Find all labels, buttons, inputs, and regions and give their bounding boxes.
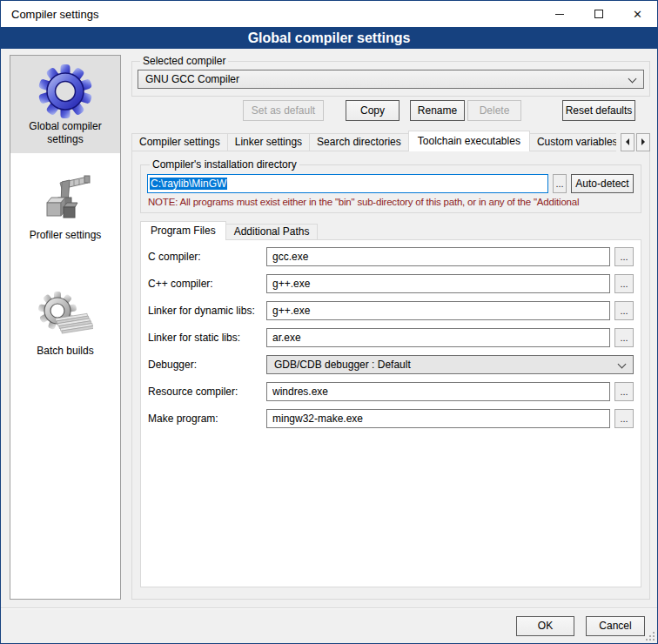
- caption-buttons: ✕: [540, 1, 657, 27]
- dynamic-linker-label: Linker for dynamic libs:: [148, 305, 266, 317]
- toolchain-executables-panel: Compiler's installation directory C:\ray…: [131, 151, 650, 600]
- resize-grip-icon[interactable]: [646, 632, 655, 641]
- ok-button[interactable]: OK: [516, 616, 574, 636]
- arrow-right-icon: [641, 138, 645, 145]
- form-row-static-linker: Linker for static libs: ...: [148, 328, 634, 347]
- chevron-down-icon: [618, 360, 627, 369]
- form-row-c-compiler: C compiler: ...: [148, 247, 634, 266]
- maximize-button[interactable]: [579, 1, 618, 27]
- static-linker-input[interactable]: [266, 328, 610, 347]
- static-linker-label: Linker for static libs:: [148, 332, 266, 344]
- debugger-label: Debugger:: [148, 359, 266, 371]
- blue-gear-icon: [12, 61, 118, 120]
- tab-compiler-settings[interactable]: Compiler settings: [131, 133, 228, 151]
- form-row-dynamic-linker: Linker for dynamic libs: ...: [148, 301, 634, 320]
- cpp-compiler-input[interactable]: [266, 274, 610, 293]
- minimize-icon: [555, 14, 564, 15]
- tab-toolchain-executables[interactable]: Toolchain executables: [408, 131, 530, 151]
- tab-linker-settings[interactable]: Linker settings: [227, 133, 310, 151]
- c-compiler-browse-button[interactable]: ...: [614, 247, 634, 266]
- tab-scroll-buttons: [616, 132, 650, 151]
- sidebar-item-label: Global compiler settings: [12, 120, 118, 146]
- delete-button[interactable]: Delete: [467, 100, 521, 121]
- installation-directory-legend: Compiler's installation directory: [150, 158, 299, 171]
- resource-compiler-browse-button[interactable]: ...: [614, 382, 634, 401]
- maximize-icon: [594, 10, 603, 18]
- sidebar-item-batch-builds[interactable]: Batch builds: [10, 280, 120, 365]
- selected-compiler-legend: Selected compiler: [140, 55, 228, 67]
- main-panel: Selected compiler GNU GCC Compiler Set a…: [131, 55, 650, 600]
- form-row-cpp-compiler: C++ compiler: ...: [148, 274, 634, 293]
- minimize-button[interactable]: [540, 1, 579, 27]
- tab-search-directories[interactable]: Search directories: [309, 133, 409, 151]
- rename-button[interactable]: Rename: [410, 100, 465, 121]
- close-icon: ✕: [633, 9, 642, 20]
- installation-directory-group: Compiler's installation directory C:\ray…: [140, 158, 641, 213]
- program-files-panel: C compiler: ... C++ compiler: ... Linker…: [140, 239, 641, 587]
- sidebar-item-label: Profiler settings: [12, 229, 118, 242]
- sidebar-item-profiler-settings[interactable]: Profiler settings: [10, 164, 120, 249]
- titlebar[interactable]: Compiler settings ✕: [1, 1, 657, 27]
- subtab-program-files[interactable]: Program Files: [140, 221, 226, 240]
- dynamic-linker-input[interactable]: [266, 301, 610, 320]
- c-compiler-input[interactable]: [266, 247, 610, 266]
- note-text: NOTE: All programs must exist either in …: [148, 197, 633, 207]
- subtab-additional-paths[interactable]: Additional Paths: [225, 224, 319, 240]
- c-compiler-label: C compiler:: [148, 251, 266, 263]
- arrow-left-icon: [626, 138, 629, 145]
- selected-path-text: C:\raylib\MinGW: [150, 178, 227, 190]
- tab-custom-variables[interactable]: Custom variables: [529, 133, 626, 151]
- form-row-debugger: Debugger: GDB/CDB debugger : Default: [148, 355, 634, 374]
- gear-stack-icon: [12, 285, 118, 345]
- cancel-button[interactable]: Cancel: [586, 616, 645, 636]
- dialog-footer: OK Cancel: [1, 607, 657, 643]
- caliper-blocks-icon: [12, 170, 118, 229]
- settings-tabstrip: Compiler settings Linker settings Search…: [131, 131, 650, 151]
- compiler-select[interactable]: GNU GCC Compiler: [138, 70, 644, 89]
- browse-directory-button[interactable]: ...: [553, 174, 567, 193]
- installation-directory-input[interactable]: C:\raylib\MinGW: [147, 174, 548, 193]
- toolchain-subtabs: Program Files Additional Paths: [140, 221, 641, 240]
- dialog-body: Global compiler settings: [1, 49, 657, 600]
- dynamic-linker-browse-button[interactable]: ...: [614, 301, 634, 320]
- sidebar-item-global-compiler-settings[interactable]: Global compiler settings: [10, 56, 120, 153]
- auto-detect-button[interactable]: Auto-detect: [571, 174, 634, 193]
- page-title: Global compiler settings: [1, 27, 657, 49]
- make-program-input[interactable]: [266, 409, 610, 428]
- resource-compiler-input[interactable]: [266, 382, 610, 401]
- cpp-compiler-label: C++ compiler:: [148, 278, 266, 290]
- form-row-make-program: Make program: ...: [148, 409, 634, 428]
- make-program-label: Make program:: [148, 413, 266, 425]
- chevron-down-icon: [628, 75, 637, 84]
- window-title: Compiler settings: [1, 8, 540, 21]
- debugger-select[interactable]: GDB/CDB debugger : Default: [266, 355, 634, 374]
- debugger-select-value: GDB/CDB debugger : Default: [274, 359, 411, 371]
- static-linker-browse-button[interactable]: ...: [614, 328, 634, 347]
- compiler-select-value: GNU GCC Compiler: [145, 73, 239, 85]
- form-row-resource-compiler: Resource compiler: ...: [148, 382, 634, 401]
- cpp-compiler-browse-button[interactable]: ...: [614, 274, 634, 293]
- compiler-action-row: Set as default Copy Rename Delete Reset …: [131, 100, 650, 121]
- compiler-settings-dialog: Compiler settings ✕ Global compiler sett…: [0, 0, 658, 644]
- tab-scroll-right-button[interactable]: [636, 133, 650, 151]
- reset-defaults-button[interactable]: Reset defaults: [562, 100, 635, 121]
- copy-button[interactable]: Copy: [346, 100, 400, 121]
- settings-category-list: Global compiler settings: [10, 55, 121, 600]
- close-button[interactable]: ✕: [618, 1, 657, 27]
- tab-scroll-left-button[interactable]: [621, 133, 634, 151]
- resource-compiler-label: Resource compiler:: [148, 386, 266, 398]
- set-as-default-button[interactable]: Set as default: [243, 100, 324, 121]
- selected-compiler-group: Selected compiler GNU GCC Compiler: [131, 55, 650, 97]
- make-program-browse-button[interactable]: ...: [614, 409, 634, 428]
- sidebar-item-label: Batch builds: [12, 345, 118, 358]
